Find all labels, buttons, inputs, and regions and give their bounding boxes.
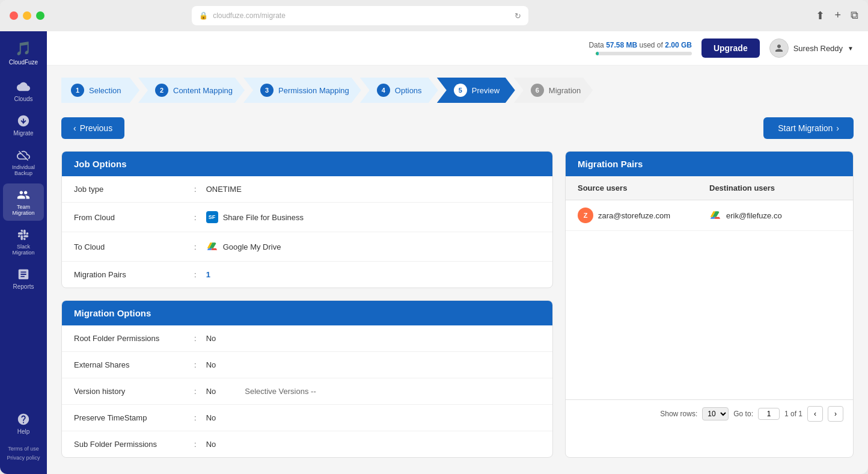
user-menu-chevron: ▼ bbox=[848, 45, 854, 52]
sidebar-item-help-label: Help bbox=[17, 428, 30, 435]
previous-button[interactable]: ‹ Previous bbox=[61, 117, 124, 139]
sidebar-item-slack-label: Slack Migration bbox=[5, 244, 41, 256]
step-3[interactable]: 3 Permission Mapping bbox=[243, 78, 361, 103]
step-5-number: 5 bbox=[454, 84, 467, 97]
start-migration-button[interactable]: Start Migration › bbox=[763, 117, 854, 139]
job-options-header: Job Options bbox=[62, 152, 552, 176]
browser-actions: ⬆ + ⧉ bbox=[816, 9, 858, 22]
sidebar-item-clouds-label: Clouds bbox=[14, 96, 32, 102]
sidebar-item-backup-label: Individual Backup bbox=[5, 164, 41, 176]
migration-pairs-value[interactable]: 1 bbox=[206, 270, 210, 279]
tabs-icon[interactable]: ⧉ bbox=[851, 9, 858, 22]
minimize-button[interactable] bbox=[23, 11, 31, 20]
address-bar[interactable]: 🔒 cloudfuze.com/migrate ↻ bbox=[192, 6, 528, 25]
sub-folder-label: Sub Folder Permissions bbox=[74, 440, 194, 449]
step-5[interactable]: 5 Preview bbox=[437, 78, 515, 103]
job-type-row: Job type : ONETIME bbox=[62, 176, 552, 203]
sharefile-icon: SF bbox=[206, 211, 218, 223]
version-history-label: Version history bbox=[74, 387, 194, 396]
sub-folder-row: Sub Folder Permissions : No bbox=[62, 431, 552, 457]
goto-label: Go to: bbox=[733, 410, 753, 418]
migration-options-panel: Migration Options Root Folder Permission… bbox=[61, 300, 553, 458]
traffic-lights bbox=[10, 11, 44, 20]
step-2[interactable]: 2 Content Mapping bbox=[138, 78, 245, 103]
root-folder-row: Root Folder Permissions : No bbox=[62, 325, 552, 352]
step-2-number: 2 bbox=[155, 84, 168, 97]
sidebar-item-reports[interactable]: Reports bbox=[3, 263, 44, 295]
sidebar-item-migrate[interactable]: Migrate bbox=[3, 109, 44, 141]
step-2-label: Content Mapping bbox=[173, 86, 233, 95]
rows-select[interactable]: 10 25 50 bbox=[702, 407, 729, 420]
terms-link[interactable]: Terms of use bbox=[7, 445, 40, 453]
sidebar-item-migrate-label: Migrate bbox=[13, 130, 33, 137]
migration-pairs-label: Migration Pairs bbox=[74, 270, 194, 279]
sidebar-item-team-migration[interactable]: Team Migration bbox=[3, 183, 44, 221]
sidebar-item-reports-label: Reports bbox=[13, 283, 34, 290]
migration-options-header: Migration Options bbox=[62, 301, 552, 325]
step-6-number: 6 bbox=[531, 84, 544, 97]
sidebar-item-help[interactable]: Help bbox=[3, 408, 44, 440]
next-arrow-icon: › bbox=[836, 123, 839, 133]
data-usage-text: Data 57.58 MB used of 2.00 GB bbox=[588, 41, 691, 49]
step-4[interactable]: 4 Options bbox=[360, 78, 438, 103]
version-history-row: Version history : No Selective Versions … bbox=[62, 378, 552, 405]
step-4-label: Options bbox=[395, 86, 422, 95]
step-3-number: 3 bbox=[260, 84, 274, 97]
source-users-header: Source users bbox=[578, 183, 709, 192]
top-bar: Data 57.58 MB used of 2.00 GB Upgrade Su… bbox=[47, 31, 868, 66]
goto-input[interactable] bbox=[758, 408, 780, 420]
sidebar-item-clouds[interactable]: Clouds bbox=[3, 75, 44, 107]
data-used: 57.58 MB bbox=[606, 41, 637, 49]
sidebar-item-slack-migration[interactable]: Slack Migration bbox=[3, 223, 44, 260]
root-folder-value: No bbox=[206, 334, 216, 343]
sidebar-footer-links: Terms of use Privacy policy bbox=[4, 442, 42, 464]
data-usage-fill bbox=[596, 52, 599, 55]
slack-icon bbox=[17, 228, 30, 241]
external-shares-row: External Shares : No bbox=[62, 352, 552, 378]
close-button[interactable] bbox=[10, 11, 18, 20]
url-text: cloudfuze.com/migrate bbox=[213, 11, 286, 20]
migration-options-body: Root Folder Permissions : No External Sh… bbox=[62, 325, 552, 457]
to-cloud-value: Google My Drive bbox=[206, 241, 281, 253]
root-folder-label: Root Folder Permissions bbox=[74, 334, 194, 343]
prev-arrow-icon: ‹ bbox=[73, 123, 76, 133]
step-6-label: Migration bbox=[549, 86, 581, 95]
next-page-button[interactable]: › bbox=[828, 406, 843, 422]
migration-table: Source users Destination users Z zara@st… bbox=[566, 176, 853, 231]
migration-pairs-row: Migration Pairs : 1 bbox=[62, 262, 552, 288]
reports-icon bbox=[17, 268, 30, 281]
page-body: 1 Selection 2 Content Mapping 3 Pe bbox=[47, 66, 868, 474]
sub-folder-value: No bbox=[206, 440, 216, 449]
step-6[interactable]: 6 Migration bbox=[514, 78, 593, 103]
selective-versions-text: Selective Versions -- bbox=[245, 387, 316, 396]
new-tab-icon[interactable]: + bbox=[834, 9, 841, 22]
step-1[interactable]: 1 Selection bbox=[61, 78, 139, 103]
destination-gdrive-icon bbox=[709, 209, 721, 221]
external-shares-label: External Shares bbox=[74, 360, 194, 369]
refresh-icon[interactable]: ↻ bbox=[515, 11, 521, 20]
step-1-number: 1 bbox=[71, 84, 84, 97]
google-drive-icon bbox=[206, 241, 218, 253]
share-icon[interactable]: ⬆ bbox=[816, 9, 825, 22]
external-shares-value: No bbox=[206, 360, 216, 369]
pagination-bar: Show rows: 10 25 50 Go to: 1 of 1 ‹ › bbox=[566, 399, 853, 428]
user-name: Suresh Reddy bbox=[793, 44, 843, 53]
prev-page-button[interactable]: ‹ bbox=[807, 406, 823, 422]
migration-pairs-sep: : bbox=[194, 270, 197, 279]
sidebar-item-individual-backup[interactable]: Individual Backup bbox=[3, 144, 44, 181]
migration-pairs-panel: Migration Pairs Source users Destination… bbox=[565, 151, 854, 458]
source-user-avatar: Z bbox=[578, 208, 593, 223]
backup-icon bbox=[17, 149, 30, 162]
maximize-button[interactable] bbox=[36, 11, 44, 20]
step-1-label: Selection bbox=[89, 86, 121, 95]
privacy-link[interactable]: Privacy policy bbox=[7, 454, 40, 462]
logo-label: CloudFuze bbox=[9, 59, 38, 66]
user-menu[interactable]: Suresh Reddy ▼ bbox=[769, 38, 854, 58]
job-type-label: Job type bbox=[74, 185, 194, 194]
cloud-icon bbox=[17, 80, 30, 93]
source-user-cell: Z zara@storefuze.com bbox=[578, 208, 709, 223]
step-3-label: Permission Mapping bbox=[278, 86, 349, 95]
upgrade-button[interactable]: Upgrade bbox=[701, 38, 760, 58]
job-options-body: Job type : ONETIME From Cloud : SF bbox=[62, 176, 552, 288]
version-history-value: No Selective Versions -- bbox=[206, 387, 316, 396]
